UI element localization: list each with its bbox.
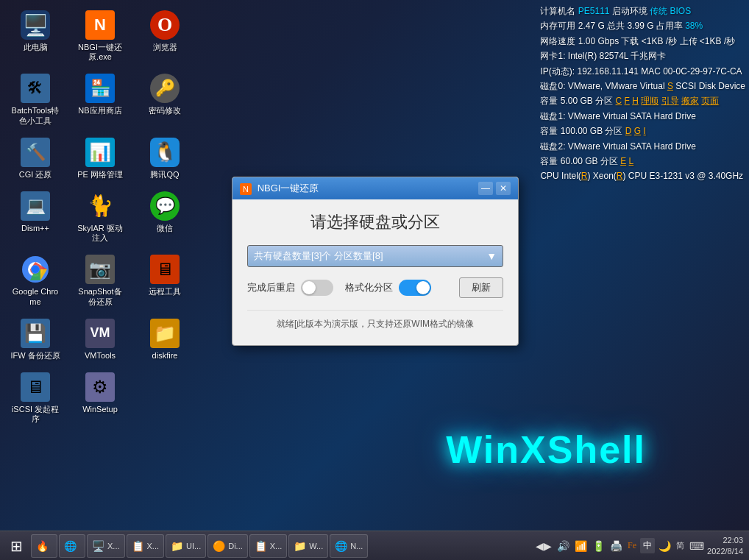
refresh-button[interactable]: 刷新 [459,277,503,298]
restart-label: 完成后重启 [247,281,295,294]
tray-print-icon[interactable]: 🖨️ [608,539,624,553]
taskbar-btn-label: X... [107,542,120,550]
start-button[interactable]: ⊞ [3,533,29,559]
tray-fe-icon[interactable]: Fe [626,539,638,553]
dialog-overlay: N NBGI一键还原 — ✕ 请选择硬盘或分区 共有硬盘数量[3]个 分区数量[… [0,0,749,560]
nbgi-icon: N [240,183,252,195]
format-label: 格式化分区 [345,281,393,294]
taskbar-btn-icon: 📋 [132,540,144,552]
taskbar-btn-tb4[interactable]: 📋X... [127,534,165,558]
tray-network-icon[interactable]: 📶 [573,539,589,553]
taskbar-btn-tb3[interactable]: 🖥️X... [87,534,125,558]
tray-moon-icon[interactable]: 🌙 [657,539,672,553]
taskbar-btn-icon: 🌐 [64,540,77,552]
tray-battery-icon[interactable]: 🔋 [591,539,606,553]
format-toggle-track [399,280,431,296]
tray-lang-indicator[interactable]: 中 [640,538,655,553]
tray-keyboard-icon[interactable]: ⌨ [688,539,706,553]
taskbar-btn-tb7[interactable]: 📋X... [249,534,288,558]
tray-volume-icon[interactable]: 🔊 [555,539,571,553]
format-toggle[interactable] [399,280,431,296]
taskbar-btn-icon: 🌐 [335,540,347,552]
taskbar-btn-icon: 🟠 [213,540,225,552]
tray-time: 22:03 [707,535,743,545]
dialog-body: 请选择硬盘或分区 共有硬盘数量[3]个 分区数量[8] ▼ 完成后重启 [232,199,518,345]
taskbar-btn-label: X... [270,542,283,550]
restart-toggle-thumb [302,281,316,294]
restart-toggle-track [301,280,333,296]
restart-option-group: 完成后重启 [247,280,333,296]
dialog-title-text: NBGI一键还原 [258,182,319,194]
tray-simplified-icon[interactable]: 简 [675,539,686,553]
taskbar-btn-icon: 🖥️ [92,540,104,552]
taskbar-btn-icon: 📁 [294,540,306,552]
tray-clock[interactable]: 22:03 2022/8/14 [707,535,746,556]
taskbar-btn-label: Di... [228,542,243,550]
taskbar-btn-icon: 🔥 [36,540,49,552]
taskbar-btn-label: X... [147,542,160,550]
taskbar-btn-label: W... [309,542,323,550]
taskbar: ⊞ 🔥🌐🖥️X...📋X...📁UI...🟠Di...📋X...📁W...🌐N.… [0,531,749,560]
tray-icons: ◀▶ 🔊 📶 🔋 🖨️ Fe 中 🌙 简 ⌨ [534,538,706,553]
taskbar-btn-label: N... [350,542,363,550]
taskbar-btn-tb6[interactable]: 🟠Di... [207,534,248,558]
taskbar-btn-tb1[interactable]: 🔥 [31,534,57,558]
disk-dropdown[interactable]: 共有硬盘数量[3]个 分区数量[8] ▼ [247,245,503,267]
dialog-minimize-button[interactable]: — [478,182,493,195]
dialog-title: N NBGI一键还原 [240,182,319,195]
format-option-group: 格式化分区 [345,280,431,296]
taskbar-btn-tb5[interactable]: 📁UI... [166,534,206,558]
dialog-titlebar: N NBGI一键还原 — ✕ [232,177,518,199]
taskbar-btn-tb8[interactable]: 📁W... [288,534,328,558]
dialog-controls: — ✕ [478,182,511,195]
taskbar-btn-tb2[interactable]: 🌐 [59,534,85,558]
tray-date: 2022/8/14 [707,546,743,556]
dialog-close-button[interactable]: ✕ [496,182,511,195]
start-icon: ⊞ [10,537,23,555]
nbgi-dialog: N NBGI一键还原 — ✕ 请选择硬盘或分区 共有硬盘数量[3]个 分区数量[… [232,177,519,346]
restart-toggle[interactable] [301,280,333,296]
dialog-dropdown-row: 共有硬盘数量[3]个 分区数量[8] ▼ [247,245,503,267]
tray-media-icon[interactable]: ◀▶ [534,539,553,553]
taskbar-btn-icon: 📋 [255,540,267,552]
desktop: 🖥️ 此电脑 N NBGI一键还原.exe O 浏览器 🛠 BatchTools… [0,0,749,560]
dialog-heading: 请选择硬盘或分区 [247,211,503,233]
dropdown-text: 共有硬盘数量[3]个 分区数量[8] [254,249,383,263]
taskbar-btn-tb9[interactable]: 🌐N... [330,534,368,558]
chevron-down-icon: ▼ [486,250,497,262]
format-toggle-thumb [416,281,430,294]
dialog-footer: 就绪[此版本为演示版，只支持还原WIM格式的镜像 [247,310,503,330]
dialog-options-row: 完成后重启 格式化分区 [247,277,503,298]
taskbar-buttons: 🔥🌐🖥️X...📋X...📁UI...🟠Di...📋X...📁W...🌐N... [31,534,368,558]
taskbar-btn-label: UI... [186,542,201,550]
taskbar-btn-icon: 📁 [171,540,183,552]
